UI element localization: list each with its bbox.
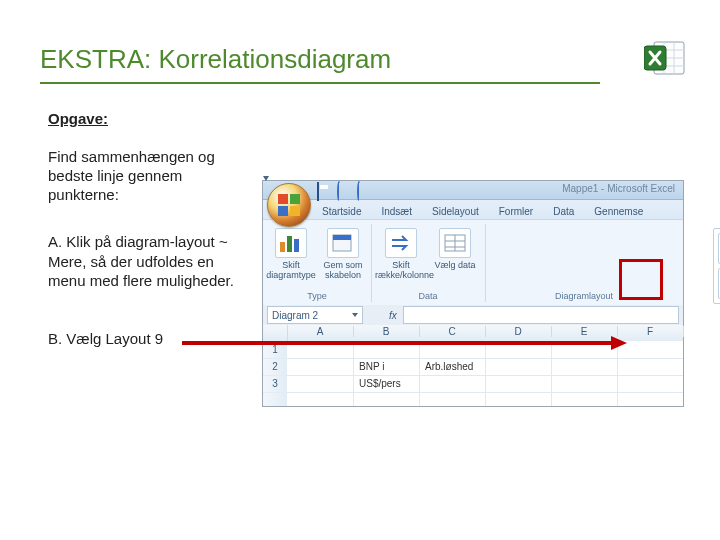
worksheet-grid[interactable]: BNP i Arb.løshed US$/pers [287, 341, 683, 406]
switch-row-col-icon [385, 228, 417, 258]
step-a-text: A. Klik på diagram-layout ~ Mere, så der… [48, 232, 238, 291]
ribbon-group-type: Skift diagramtype Gem som skabelon Type [263, 224, 372, 302]
ribbon-group-data: Skift række/kolonne Vælg data Data [371, 224, 486, 302]
layout9-highlight-box [619, 259, 663, 300]
window-title: Mappe1 - Microsoft Excel [562, 183, 675, 194]
cell-b3[interactable]: US$/pers [355, 376, 405, 391]
save-template-label: Gem som skabelon [323, 260, 362, 280]
select-data-button[interactable]: Vælg data [429, 228, 481, 270]
ribbon: Skift diagramtype Gem som skabelon Type … [263, 219, 683, 307]
row-header[interactable]: 2 [263, 358, 287, 376]
task-heading: Opgave: [48, 110, 108, 127]
save-template-button[interactable]: Gem som skabelon [317, 228, 369, 280]
tab-data[interactable]: Data [544, 202, 583, 219]
tab-formulas[interactable]: Formler [490, 202, 542, 219]
group-label-type: Type [263, 291, 371, 301]
save-template-icon [327, 228, 359, 258]
change-chart-type-button[interactable]: Skift diagramtype [265, 228, 317, 280]
col-header[interactable]: E [551, 326, 618, 337]
select-data-label: Vælg data [434, 260, 475, 270]
formula-bar: Diagram 2 fx [263, 305, 683, 326]
chart-type-icon [275, 228, 307, 258]
formula-input[interactable] [403, 306, 679, 324]
column-headers: A B C D E F [263, 325, 683, 342]
group-label-data: Data [371, 291, 485, 301]
name-box[interactable]: Diagram 2 [267, 306, 363, 324]
switch-row-col-button[interactable]: Skift række/kolonne [375, 228, 427, 280]
chart-layout-gallery[interactable] [713, 228, 720, 304]
cell-c2[interactable]: Arb.løshed [421, 359, 477, 374]
tab-pagelayout[interactable]: Sidelayout [423, 202, 488, 219]
ribbon-tabs: Startside Indsæt Sidelayout Formler Data… [313, 199, 683, 219]
svg-rect-9 [294, 239, 299, 252]
task-intro: Find sammenhængen og bedste linje gennem… [48, 148, 238, 204]
tab-insert[interactable]: Indsæt [372, 202, 421, 219]
row-header[interactable]: 3 [263, 375, 287, 393]
fx-icon[interactable]: fx [389, 310, 397, 321]
cell-b2[interactable]: BNP i [355, 359, 388, 374]
quick-access-toolbar: Mappe1 - Microsoft Excel [263, 181, 683, 200]
tab-home[interactable]: Startside [313, 202, 370, 219]
chevron-down-icon[interactable] [352, 313, 358, 317]
svg-rect-11 [333, 235, 351, 240]
row-header[interactable]: 1 [263, 341, 287, 359]
name-box-value: Diagram 2 [272, 310, 318, 321]
row-headers: 1 2 3 [263, 341, 288, 406]
excel-screenshot: Mappe1 - Microsoft Excel Startside Indsæ… [262, 180, 684, 407]
office-button[interactable] [267, 183, 311, 227]
title-underline [40, 82, 600, 84]
col-header[interactable]: A [287, 326, 354, 337]
col-header[interactable]: D [485, 326, 552, 337]
step-b-text: B. Vælg Layout 9 [48, 330, 238, 347]
tab-review[interactable]: Gennemse [585, 202, 652, 219]
col-header[interactable]: F [617, 326, 684, 337]
select-data-icon [439, 228, 471, 258]
switch-row-col-label: Skift række/kolonne [375, 260, 434, 280]
change-chart-type-label: Skift diagramtype [266, 260, 316, 280]
svg-rect-7 [280, 242, 285, 252]
col-header[interactable]: C [419, 326, 486, 337]
slide-title: EKSTRA: Korrelationsdiagram [40, 44, 391, 75]
svg-rect-8 [287, 236, 292, 252]
col-header[interactable]: B [353, 326, 420, 337]
excel-logo-icon [644, 38, 688, 78]
